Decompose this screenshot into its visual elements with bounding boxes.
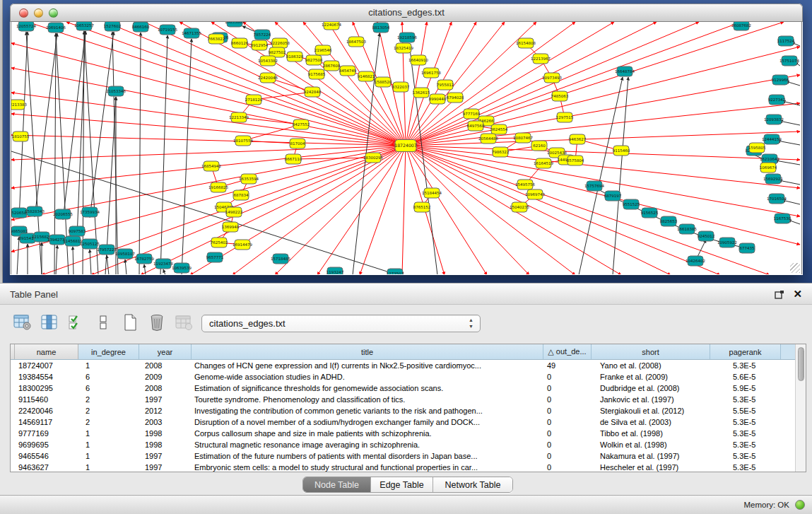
- table-settings-icon[interactable]: [13, 313, 33, 332]
- column-header-short[interactable]: short: [592, 344, 710, 359]
- graph-edge: [406, 47, 800, 146]
- graph-node-label: 9227342: [768, 98, 786, 102]
- table-cell: 1998: [139, 428, 192, 439]
- float-panel-icon[interactable]: [775, 290, 784, 299]
- column-header-title[interactable]: title: [192, 344, 543, 359]
- graph-node-label: 19166825: [208, 185, 228, 189]
- graph-node-label: 1297515: [556, 115, 574, 119]
- minimize-window-button[interactable]: [34, 8, 43, 18]
- close-window-button[interactable]: [19, 8, 28, 18]
- table-cell: 0: [543, 405, 592, 416]
- graph-node-label: 8813054: [372, 25, 390, 30]
- graph-node-label: 17359934: [80, 210, 100, 214]
- table-cell: 0: [543, 439, 592, 450]
- graph-node-label: 16961758: [421, 71, 441, 75]
- graph-node-label: 1362615: [413, 90, 430, 95]
- table-cell: 2003: [139, 416, 192, 428]
- table-row[interactable]: 2242004622012Investigating the contribut…: [11, 405, 806, 416]
- column-header-year[interactable]: year: [139, 344, 192, 359]
- table-cell: 9115460: [15, 394, 78, 405]
- graph-node-label: 16164519: [534, 161, 553, 165]
- graph-node-label: 1193247: [326, 270, 344, 274]
- column-header-pagerank[interactable]: pagerank: [710, 344, 781, 359]
- new-document-icon[interactable]: [120, 313, 140, 332]
- table-cell: 5.6E-5: [710, 371, 781, 382]
- graph-node-label: 18724007: [394, 143, 417, 148]
- window-title: citations_edges.txt: [11, 4, 802, 21]
- select-all-check-icon[interactable]: [66, 313, 86, 332]
- table-cell: Hescheler et al. (1997): [592, 462, 710, 473]
- graph-node-label: 17016504: [767, 197, 787, 201]
- graph-node-label: 16648784: [615, 69, 635, 74]
- table-cell: 1: [78, 360, 139, 371]
- graph-node-label: 9115460: [613, 148, 630, 153]
- tab-network-table[interactable]: Network Table: [433, 477, 512, 492]
- graph-node-label: 677435: [740, 246, 755, 250]
- graph-node-label: 12505125: [80, 242, 100, 246]
- graph-edge: [406, 146, 800, 245]
- network-table-select[interactable]: citations_edges.txt ▲▼: [201, 315, 481, 332]
- graph-node-label: 18325419: [394, 46, 413, 50]
- table-cell: 5.3E-5: [710, 428, 781, 439]
- graph-node-label: 8575804: [567, 158, 584, 163]
- graph-node-label: 7625402: [211, 240, 228, 245]
- graph-node-label: 16782759: [134, 257, 154, 261]
- table-toolbar: f(x) citations_edges.txt ▲▼: [0, 311, 812, 339]
- table-row[interactable]: 969969511998Structural magnetic resonanc…: [11, 439, 806, 450]
- table-cell: 5.9E-5: [710, 382, 781, 394]
- tab-edge-table[interactable]: Edge Table: [371, 477, 433, 492]
- rows-icon[interactable]: [93, 313, 113, 332]
- network-canvas[interactable]: 1205572420691406106532571527602846616010…: [11, 22, 802, 274]
- memory-indicator: [795, 500, 805, 510]
- zoom-window-button[interactable]: [49, 8, 58, 18]
- window-resize-grip[interactable]: [790, 263, 800, 273]
- table-row[interactable]: 911546021997Tourette syndrome. Phenomeno…: [11, 394, 806, 405]
- column-header-out_de[interactable]: △ out_de...: [543, 344, 592, 359]
- scrollbar-thumb[interactable]: [798, 347, 804, 381]
- combo-stepper-icon[interactable]: ▲▼: [469, 317, 473, 329]
- graph-node-label: 6879197: [604, 194, 622, 198]
- table-row[interactable]: 946554611997Estimation of the future num…: [11, 450, 806, 462]
- graph-node-label: 9175685: [308, 72, 326, 76]
- graph-node-label: 21053346: [106, 89, 126, 93]
- tab-node-table[interactable]: Node Table: [303, 477, 371, 492]
- table-vertical-scrollbar[interactable]: [795, 344, 806, 472]
- table-row[interactable]: 977716911998Corpus callosum shape and si…: [11, 428, 806, 439]
- graph-edge: [11, 114, 406, 146]
- table-cell: Investigating the contribution of common…: [192, 405, 543, 416]
- table-cell: 2: [78, 416, 139, 428]
- graph-node-label: 9146821: [358, 74, 375, 78]
- graph-node-label: 687834: [234, 193, 249, 197]
- graph-node-label: 10426402: [686, 259, 705, 263]
- graph-node-label: 18300295: [363, 156, 383, 160]
- network-graph: 1205572420691406106532571527602846616010…: [11, 22, 802, 274]
- table-row[interactable]: 946362711997Embryonic stem cells: a mode…: [11, 462, 806, 473]
- table-cell: 0: [543, 450, 592, 462]
- graph-node-label: 16640910: [408, 58, 428, 62]
- column-header-name[interactable]: name: [15, 344, 78, 359]
- window-titlebar[interactable]: citations_edges.txt: [10, 4, 803, 22]
- delete-trash-icon[interactable]: [147, 313, 167, 332]
- close-panel-icon[interactable]: ✕: [793, 288, 802, 300]
- graph-node-label: 9097583: [69, 229, 86, 233]
- graph-node-label: 2196546: [314, 48, 332, 52]
- column-header-in_degree[interactable]: in_degree: [78, 344, 139, 359]
- delete-table-disabled-icon[interactable]: [174, 313, 194, 332]
- graph-node-label: 22420046: [258, 76, 278, 80]
- graph-edge: [90, 250, 91, 274]
- graph-node-label: 8466160: [132, 25, 150, 29]
- graph-node-label: 16210643: [760, 157, 779, 161]
- table-cell: 1: [78, 428, 139, 439]
- table-cell: 5.3E-5: [710, 416, 781, 428]
- graph-edge: [17, 237, 19, 274]
- network-view-window[interactable]: citations_edges.txt 12055724206914061065…: [10, 4, 803, 275]
- graph-node-label: 10807467: [513, 136, 533, 140]
- select-columns-icon[interactable]: [40, 313, 59, 332]
- graph-edge: [112, 32, 118, 274]
- graph-node-label: 16854942: [201, 164, 221, 168]
- table-row[interactable]: 1872400712008Changes of HCN gene express…: [11, 360, 806, 371]
- table-row[interactable]: 1456911722003Disruption of a novel membe…: [11, 416, 806, 428]
- table-row[interactable]: 1830029562008Estimation of significance …: [11, 382, 806, 394]
- graph-node-label: 7955812: [437, 83, 454, 87]
- table-row[interactable]: 1938455462009Genome-wide association stu…: [11, 371, 806, 382]
